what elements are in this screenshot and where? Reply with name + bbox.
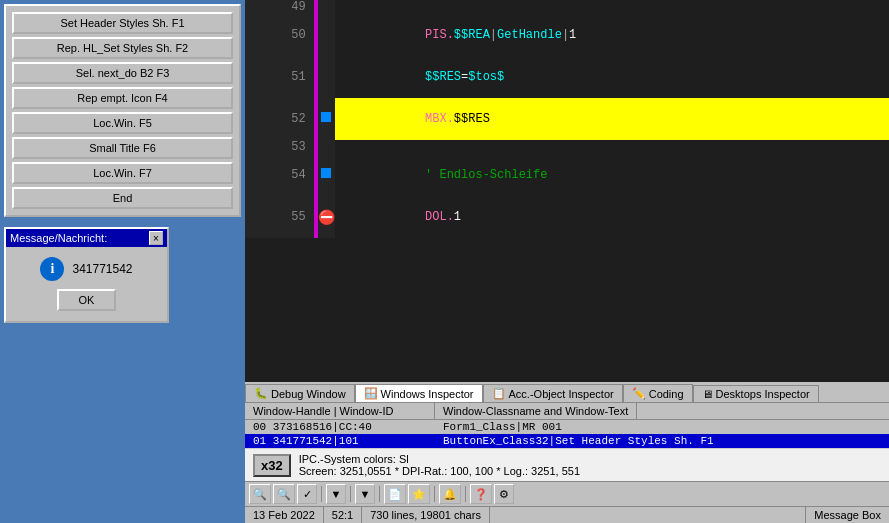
line-marker [318,98,335,140]
desktops-inspector-tab[interactable]: 🖥 Desktops Inspector [693,385,819,402]
end-btn[interactable]: End [12,187,233,209]
inspector-left-col: 00 373168516|CC:40 01 341771542|101 [245,420,435,448]
line-number: 55 [245,196,314,238]
desktops-icon: 🖥 [702,388,713,400]
status-right: Message Box [805,507,889,523]
star-btn[interactable]: ⭐ [408,484,430,504]
button-group: Set Header Styles Sh. F1 Rep. HL_Set Sty… [4,4,241,217]
list-item[interactable]: 01 341771542|101 [245,434,435,448]
message-close-btn[interactable]: × [149,231,163,245]
message-number: 341771542 [72,262,132,276]
code-var2: $tos$ [468,70,504,84]
code-keyword: DOL. [425,210,454,224]
code-var: $$RES [454,112,490,126]
toolbar-separator [465,486,466,502]
table-row: 52 MBX.$$RES [245,98,889,140]
line-content: DOL.1 [335,196,889,238]
table-row: 50 PIS.$$REA|GetHandle|1 [245,14,889,56]
x32-badge: x32 [253,454,291,477]
line-number: 54 [245,154,314,196]
dropdown-btn-2[interactable]: ▼ [355,484,375,504]
bell-btn[interactable]: 🔔 [439,484,461,504]
status-position: 52:1 [324,507,362,523]
line-number: 50 [245,14,314,56]
line-number: 53 [245,140,314,154]
line-content: $$RES=$tos$ [335,56,889,98]
line-content [335,0,889,14]
table-row: 53 [245,140,889,154]
table-row: 54 ' Endlos-Schleife [245,154,889,196]
gear-btn[interactable]: ⚙ [494,484,514,504]
search-btn-1[interactable]: 🔍 [249,484,271,504]
inspector-body: 00 373168516|CC:40 01 341771542|101 Form… [245,420,889,448]
debug-icon: 🐛 [254,387,268,400]
acc-object-inspector-tab[interactable]: 📋 Acc.-Object Inspector [483,384,623,402]
loc-win-f5-btn[interactable]: Loc.Win. F5 [12,112,233,134]
toolbar-area: 🔍 🔍 ✓ ▼ ▼ 📄 ⭐ 🔔 ❓ ⚙ [245,481,889,506]
code-keyword: PIS. [425,28,454,42]
doc-btn[interactable]: 📄 [384,484,406,504]
message-content: i 341771542 [40,257,132,281]
status-text: IPC.-System colors: Sl Screen: 3251,0551… [299,453,580,477]
code-val: 1 [569,28,576,42]
code-table: 49 50 PIS.$$REA|GetHandle|1 51 [245,0,889,238]
code-pipe: | [562,28,569,42]
line-content-highlighted: MBX.$$RES [335,98,889,140]
dropdown-btn-1[interactable]: ▼ [326,484,346,504]
help-btn[interactable]: ❓ [470,484,492,504]
acc-icon: 📋 [492,387,506,400]
inspector-panel: 🐛 Debug Window 🪟 Windows Inspector 📋 Acc… [245,382,889,523]
message-dialog: Message/Nachricht: × i 341771542 OK [4,227,169,323]
code-var: $$REA [454,28,490,42]
code-comment: ' Endlos-Schleife [425,168,547,182]
line-content: ' Endlos-Schleife [335,154,889,196]
windows-icon: 🪟 [364,387,378,400]
toolbar-separator [321,486,322,502]
windows-inspector-tab[interactable]: 🪟 Windows Inspector [355,384,483,402]
classname-header: Window-Classname and Window-Text [435,403,637,419]
toolbar-separator [379,486,380,502]
code-pipe: | [490,28,497,42]
list-item[interactable]: Form1_Class|MR 001 [435,420,889,434]
message-title-bar: Message/Nachricht: × [6,229,167,247]
list-item[interactable]: 00 373168516|CC:40 [245,420,435,434]
window-handle-header: Window-Handle | Window-ID [245,403,435,419]
set-header-styles-btn[interactable]: Set Header Styles Sh. F1 [12,12,233,34]
red-marker-icon: ⛔ [318,210,335,226]
main-panel: 49 50 PIS.$$REA|GetHandle|1 51 [245,0,889,523]
coding-tab[interactable]: ✏️ Coding [623,384,693,402]
rep-empt-icon-btn[interactable]: Rep empt. Icon F4 [12,87,233,109]
sel-next-do-btn[interactable]: Sel. next_do B2 F3 [12,62,233,84]
code-keyword: MBX. [425,112,454,126]
toolbar-separator [434,486,435,502]
line-content: PIS.$$REA|GetHandle|1 [335,14,889,56]
ok-button[interactable]: OK [57,289,117,311]
line-marker: ⛔ [318,196,335,238]
loc-win-f7-btn[interactable]: Loc.Win. F7 [12,162,233,184]
blue-marker-icon [321,112,331,122]
search-btn-2[interactable]: 🔍 [273,484,295,504]
message-title: Message/Nachricht: [10,232,107,244]
rep-hl-set-styles-btn[interactable]: Rep. HL_Set Styles Sh. F2 [12,37,233,59]
table-row: 51 $$RES=$tos$ [245,56,889,98]
line-marker [318,140,335,154]
inspector-right-col: Form1_Class|MR 001 ButtonEx_Class32|Set … [435,420,889,448]
check-btn[interactable]: ✓ [297,484,317,504]
list-item[interactable]: ButtonEx_Class32|Set Header Styles Sh. F… [435,434,889,448]
status-info: 730 lines, 19801 chars [362,507,490,523]
status-bar: 13 Feb 2022 52:1 730 lines, 19801 chars … [245,506,889,523]
line-marker [318,56,335,98]
line-content [335,140,889,154]
line-number: 52 [245,98,314,140]
small-title-btn[interactable]: Small Title F6 [12,137,233,159]
status-area: x32 IPC.-System colors: Sl Screen: 3251,… [245,448,889,481]
line-marker [318,154,335,196]
code-area[interactable]: 49 50 PIS.$$REA|GetHandle|1 51 [245,0,889,382]
code-var: $$RES [425,70,461,84]
info-icon: i [40,257,64,281]
debug-window-tab[interactable]: 🐛 Debug Window [245,384,355,402]
tab-bar: 🐛 Debug Window 🪟 Windows Inspector 📋 Acc… [245,382,889,403]
code-val: 1 [454,210,461,224]
message-body: i 341771542 OK [6,247,167,321]
line-number: 51 [245,56,314,98]
